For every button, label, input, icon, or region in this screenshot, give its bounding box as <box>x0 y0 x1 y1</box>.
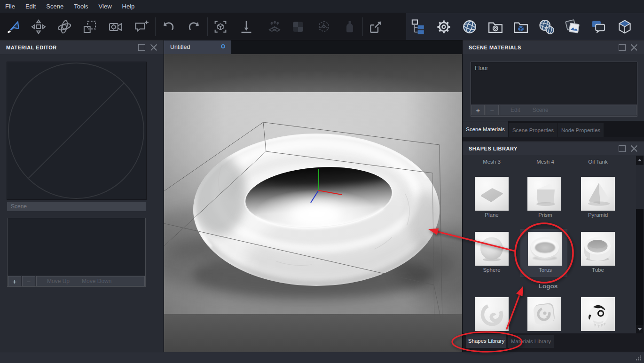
render-camera-icon[interactable] <box>107 18 124 35</box>
shape-label-torus: Torus <box>522 267 569 273</box>
shape-thumb-logo-creature[interactable] <box>581 297 615 331</box>
settings-gear-icon[interactable] <box>435 18 452 35</box>
menu-help[interactable]: Help <box>117 0 140 13</box>
material-editor-titlebar: MATERIAL EDITOR <box>0 40 164 54</box>
application-window: File Edit Scene Tools View Help <box>0 0 644 363</box>
viewport-tabbar: Untitled <box>164 40 462 54</box>
cube-icon[interactable] <box>616 18 633 35</box>
shape-thumb-logo-tile[interactable] <box>527 297 561 331</box>
shapes-library-panel: SHAPES LIBRARY Mesh 3 Mesh 4 Oil Tank Pl… <box>463 142 644 333</box>
panel-title: SCENE MATERIALS <box>469 45 619 50</box>
shape-thumb-torus[interactable] <box>528 232 562 266</box>
up-arrow-icon <box>638 159 642 161</box>
transform-box-icon[interactable] <box>315 18 332 35</box>
share-icon[interactable] <box>367 18 384 35</box>
material-layers-block: + − Move Up Move Down <box>7 218 146 287</box>
shape-label-mesh4: Mesh 4 <box>522 159 569 165</box>
viewport-3d-scene[interactable] <box>164 54 462 352</box>
scrollbar-thumb[interactable] <box>636 165 644 209</box>
models-folder-icon[interactable] <box>512 18 529 35</box>
drop-to-floor-icon[interactable] <box>238 18 255 35</box>
undo-icon[interactable] <box>160 18 177 35</box>
tab-shapes-library[interactable]: Shapes Library <box>466 334 506 348</box>
resize-grip-icon[interactable] <box>636 355 642 361</box>
modified-indicator-icon <box>221 44 225 48</box>
add-material-button[interactable]: + <box>471 105 485 115</box>
material-scene-field[interactable]: Scene <box>7 202 146 211</box>
duplicate-tool-icon[interactable] <box>81 18 98 35</box>
redo-icon[interactable] <box>186 18 203 35</box>
shape-label-sphere: Sphere <box>468 267 515 273</box>
viewport-tab-untitled[interactable]: Untitled <box>164 40 231 54</box>
shape-thumb-pyramid[interactable] <box>581 177 615 211</box>
menu-scene[interactable]: Scene <box>41 0 69 13</box>
orbit-tool-icon[interactable] <box>56 18 73 35</box>
close-icon[interactable] <box>630 44 638 51</box>
fit-view-icon[interactable] <box>212 18 229 35</box>
maximize-icon[interactable] <box>138 44 145 51</box>
move-up-button[interactable]: Move Up <box>47 278 70 284</box>
panel-gap <box>463 137 644 142</box>
scene-material-button[interactable]: Scene <box>533 107 549 113</box>
viewport-backdrop-bottom <box>164 314 462 352</box>
bottle-icon[interactable] <box>341 18 358 35</box>
remove-layer-button[interactable]: − <box>22 276 35 286</box>
edit-material-button[interactable]: Edit <box>510 107 520 113</box>
toolbar-separator <box>362 17 363 36</box>
shapes-scrollbar[interactable] <box>636 156 644 333</box>
tab-scene-properties[interactable]: Scene Properties <box>509 123 558 137</box>
tab-node-properties[interactable]: Node Properties <box>558 123 604 137</box>
material-item-floor[interactable]: Floor <box>475 65 633 71</box>
comments-icon[interactable] <box>590 18 607 35</box>
menu-view[interactable]: View <box>94 0 117 13</box>
right-tabstrip: Scene Materials Scene Properties Node Pr… <box>463 121 644 137</box>
globes-icon[interactable] <box>538 18 555 35</box>
tab-materials-library[interactable]: Materials Library <box>508 335 554 348</box>
globe-icon[interactable] <box>461 18 478 35</box>
library-tabstrip: Shapes Library Materials Library <box>463 333 644 352</box>
menu-file[interactable]: File <box>0 0 20 13</box>
scene-materials-list[interactable]: Floor <box>471 62 637 104</box>
shape-thumb-tube[interactable] <box>581 232 615 266</box>
material-preview <box>7 62 147 200</box>
scroll-down-button[interactable] <box>636 325 644 333</box>
scene-materials-titlebar: SCENE MATERIALS <box>463 40 644 54</box>
panel-title: SHAPES LIBRARY <box>469 146 619 151</box>
checker-icon[interactable] <box>290 18 306 35</box>
remove-material-button[interactable]: − <box>486 105 499 115</box>
image-gallery-icon[interactable] <box>564 18 581 35</box>
maximize-icon[interactable] <box>619 44 626 51</box>
add-comment-icon[interactable] <box>133 18 150 35</box>
viewport-tab-title: Untitled <box>170 44 190 50</box>
shape-label-mesh3: Mesh 3 <box>468 159 515 165</box>
material-editor-panel: MATERIAL EDITOR Scene + − Move Up Move D… <box>0 40 164 352</box>
move-tool-icon[interactable] <box>30 18 47 35</box>
down-arrow-icon <box>638 328 642 331</box>
shape-thumb-prism[interactable] <box>527 177 561 211</box>
maximize-icon[interactable] <box>619 145 626 152</box>
toolbar-separator <box>155 17 156 36</box>
scroll-up-button[interactable] <box>636 156 644 164</box>
select-tool-icon[interactable] <box>5 18 22 35</box>
move-down-button[interactable]: Move Down <box>82 278 111 284</box>
close-icon[interactable] <box>150 44 157 51</box>
render-folder-icon[interactable] <box>487 18 504 35</box>
panel-title: MATERIAL EDITOR <box>6 45 138 50</box>
menu-edit[interactable]: Edit <box>20 0 41 13</box>
shape-label-tube: Tube <box>574 267 621 273</box>
shape-thumb-logo-swirl[interactable] <box>475 297 509 331</box>
shape-thumb-plane[interactable] <box>475 177 509 211</box>
add-layer-button[interactable]: + <box>8 276 21 286</box>
close-icon[interactable] <box>630 145 638 152</box>
material-layers-list[interactable] <box>8 218 145 276</box>
main-toolbar <box>0 13 644 40</box>
scene-materials-block: Floor + − Edit Scene <box>471 62 637 117</box>
tab-scene-materials[interactable]: Scene Materials <box>463 121 508 137</box>
scene-tree-icon[interactable] <box>410 18 427 35</box>
status-bar <box>0 352 644 363</box>
shape-thumb-sphere[interactable] <box>475 232 509 266</box>
scatter-icon[interactable] <box>266 18 283 35</box>
shape-label-prism: Prism <box>522 212 569 218</box>
logos-section-header: Logos <box>525 283 572 290</box>
menu-tools[interactable]: Tools <box>69 0 93 13</box>
